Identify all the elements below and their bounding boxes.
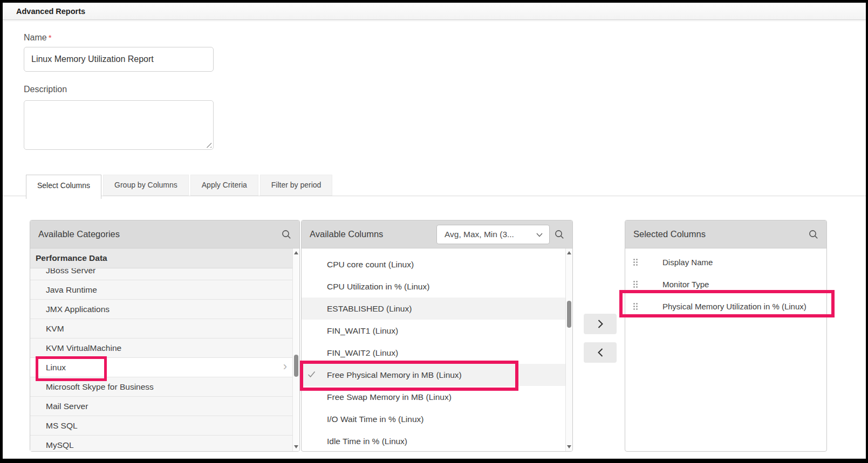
category-row[interactable]: Linux › bbox=[30, 358, 292, 377]
available-column-row[interactable]: Idle Time in % (Linux) bbox=[302, 430, 565, 451]
report-name-input[interactable] bbox=[24, 47, 214, 72]
required-marker: * bbox=[49, 33, 52, 42]
selected-columns-header: Selected Columns bbox=[625, 220, 826, 248]
description-field-wrap bbox=[24, 100, 214, 150]
selected-column-label: Monitor Type bbox=[662, 280, 709, 289]
selected-column-row[interactable]: Physical Memory Utilization in % (Linux) bbox=[625, 295, 826, 317]
search-icon[interactable] bbox=[555, 230, 564, 239]
window-border bbox=[0, 459, 868, 463]
category-label: Microsoft Skype for Business bbox=[46, 382, 154, 392]
category-row[interactable]: Java Runtime › bbox=[30, 280, 292, 300]
tab-label: Apply Criteria bbox=[202, 175, 247, 196]
tab[interactable]: Apply Criteria bbox=[190, 175, 258, 196]
column-label: I/O Wait Time in % (Linux) bbox=[327, 414, 423, 424]
category-row[interactable]: JBoss Server › bbox=[30, 268, 292, 280]
chevron-left-icon bbox=[597, 348, 604, 357]
column-label: FIN_WAIT2 (Linux) bbox=[327, 348, 398, 358]
category-label: JBoss Server bbox=[46, 268, 95, 275]
category-row[interactable]: Microsoft Skype for Business › bbox=[30, 377, 292, 397]
tab-bar: Select Columns Group by Columns Apply Cr… bbox=[26, 175, 332, 199]
category-label: MySQL bbox=[46, 440, 74, 450]
selected-column-row[interactable]: Display Name bbox=[625, 251, 826, 273]
aggregation-select[interactable]: Avg, Max, Min (3... bbox=[436, 225, 550, 244]
selected-column-label: Display Name bbox=[662, 258, 713, 267]
description-textarea[interactable] bbox=[24, 100, 214, 150]
available-column-row[interactable]: CPU Utilization in % (Linux) bbox=[302, 275, 565, 298]
tab[interactable]: Select Columns bbox=[26, 175, 101, 199]
available-columns-panel: Available Columns Avg, Max, Min (3... CP… bbox=[301, 220, 573, 452]
chevron-right-icon: › bbox=[283, 359, 287, 373]
window-border bbox=[866, 0, 868, 463]
panel-title: Selected Columns bbox=[633, 229, 706, 239]
tab-label: Filter by period bbox=[271, 175, 322, 196]
selected-column-row[interactable]: Monitor Type bbox=[625, 273, 826, 295]
description-label: Description bbox=[24, 85, 67, 94]
available-column-row[interactable]: FIN_WAIT1 (Linux) bbox=[302, 320, 565, 342]
drag-handle-icon[interactable] bbox=[633, 302, 638, 310]
column-label: Free Physical Memory in MB (Linux) bbox=[327, 370, 462, 380]
tab-label: Group by Columns bbox=[114, 175, 177, 196]
advanced-reports-window: Advanced Reports Name* Description Selec… bbox=[0, 0, 868, 463]
available-categories-panel: Available Categories Performance Data › … bbox=[30, 220, 300, 452]
move-right-button[interactable] bbox=[584, 314, 617, 334]
tab[interactable]: Filter by period bbox=[260, 175, 333, 196]
category-label: KVM bbox=[46, 324, 64, 334]
scroll-up-icon[interactable] bbox=[294, 251, 298, 254]
category-row[interactable]: Mail Server › bbox=[30, 397, 292, 416]
check-icon bbox=[307, 371, 316, 378]
categories-list: Performance Data › JBoss Server › Java R… bbox=[30, 248, 292, 451]
column-label: FIN_WAIT1 (Linux) bbox=[327, 326, 398, 336]
tab[interactable]: Group by Columns bbox=[103, 175, 189, 196]
category-label: Performance Data bbox=[36, 253, 107, 263]
column-label: CPU Utilization in % (Linux) bbox=[327, 282, 429, 292]
name-label: Name* bbox=[24, 33, 52, 43]
category-label: MS SQL bbox=[46, 421, 78, 431]
column-label: Free Swap Memory in MB (Linux) bbox=[327, 392, 452, 402]
chevron-right-icon bbox=[597, 319, 604, 329]
selected-columns-list: Display Name Monitor Type Physical Memor… bbox=[625, 248, 826, 451]
category-row[interactable]: MS SQL › bbox=[30, 416, 292, 436]
search-icon[interactable] bbox=[809, 230, 818, 239]
available-categories-header: Available Categories bbox=[30, 220, 299, 248]
available-column-row[interactable]: Free Physical Memory in MB (Linux) bbox=[302, 364, 565, 386]
available-columns-header: Available Columns Avg, Max, Min (3... bbox=[302, 220, 572, 248]
scrollbar-thumb[interactable] bbox=[567, 301, 571, 328]
window-border bbox=[0, 0, 868, 3]
category-row[interactable]: KVM › bbox=[30, 319, 292, 338]
category-row[interactable]: JMX Applications › bbox=[30, 300, 292, 319]
category-label: Mail Server bbox=[46, 402, 88, 411]
tab-label: Select Columns bbox=[37, 175, 90, 196]
scroll-down-icon[interactable] bbox=[567, 445, 571, 448]
scrollbar-thumb[interactable] bbox=[294, 355, 298, 377]
column-label: Idle Time in % (Linux) bbox=[327, 437, 407, 446]
panel-title: Available Categories bbox=[38, 229, 120, 239]
available-column-row[interactable]: I/O Wait Time in % (Linux) bbox=[302, 408, 565, 430]
window-border bbox=[0, 0, 3, 463]
categories-scrollbar[interactable] bbox=[292, 248, 299, 451]
move-left-button[interactable] bbox=[584, 342, 617, 363]
category-row[interactable]: Performance Data › bbox=[30, 248, 292, 268]
category-row[interactable]: MySQL › bbox=[30, 436, 292, 451]
drag-handle-icon[interactable] bbox=[633, 258, 638, 266]
category-label: Java Runtime bbox=[46, 285, 97, 295]
title-bar: Advanced Reports bbox=[3, 3, 866, 20]
available-column-row[interactable]: CPU core count (Linux) bbox=[302, 253, 565, 275]
scroll-up-icon[interactable] bbox=[567, 251, 571, 254]
aggregation-select-value: Avg, Max, Min (3... bbox=[445, 230, 514, 239]
selected-columns-panel: Selected Columns Display Name Monitor Ty… bbox=[625, 220, 827, 452]
column-label: CPU core count (Linux) bbox=[327, 260, 414, 269]
search-icon[interactable] bbox=[282, 230, 291, 239]
category-label: Linux bbox=[46, 363, 66, 372]
selected-column-label: Physical Memory Utilization in % (Linux) bbox=[662, 302, 807, 311]
column-label: ESTABLISHED (Linux) bbox=[327, 304, 412, 314]
available-column-row[interactable]: ESTABLISHED (Linux) bbox=[302, 298, 565, 320]
available-column-row[interactable]: FIN_WAIT2 (Linux) bbox=[302, 342, 565, 364]
columns-scrollbar[interactable] bbox=[565, 248, 572, 451]
scroll-down-icon[interactable] bbox=[294, 445, 298, 448]
category-row[interactable]: KVM VirtualMachine › bbox=[30, 338, 292, 358]
drag-handle-icon[interactable] bbox=[633, 280, 638, 288]
chevron-down-icon bbox=[536, 233, 543, 237]
available-column-row[interactable]: Free Swap Memory in MB (Linux) bbox=[302, 386, 565, 408]
available-columns-list: CPU core count (Linux) CPU Utilization i… bbox=[302, 248, 565, 451]
page-title: Advanced Reports bbox=[16, 7, 85, 16]
